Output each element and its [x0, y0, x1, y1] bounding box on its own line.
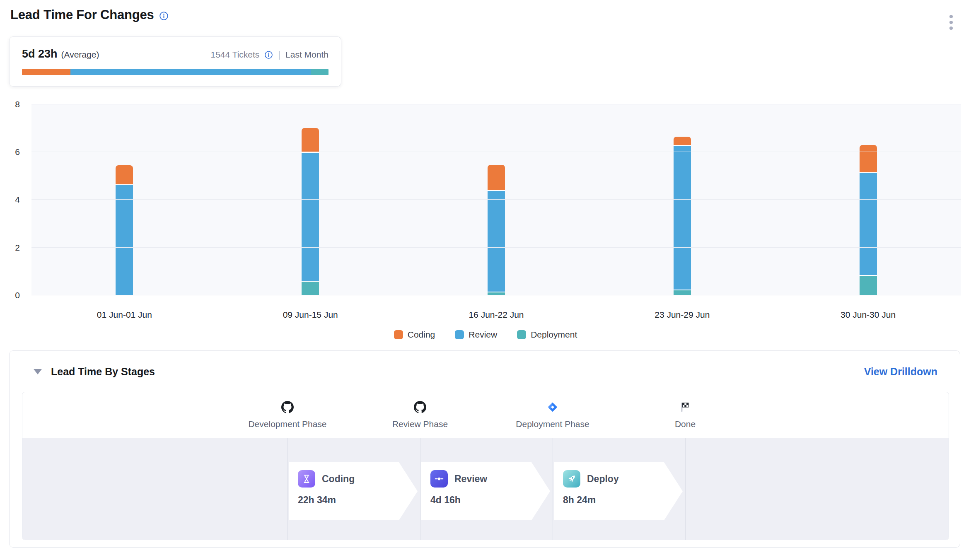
title-info-icon[interactable]	[159, 11, 169, 21]
bar-slot	[589, 104, 775, 295]
bar-slot	[775, 104, 961, 295]
collapse-caret-icon[interactable]	[34, 369, 42, 374]
legend-item-deployment[interactable]: Deployment	[517, 330, 577, 340]
stages-table-body: Coding22h 34mReview4d 16hDeploy8h 24m	[22, 438, 949, 540]
distribution-segment-deployment	[311, 69, 328, 75]
stacked-bar-09-jun-15-jun[interactable]	[302, 128, 319, 295]
legend-swatch	[517, 330, 526, 339]
stacked-bar-16-jun-22-jun[interactable]	[488, 165, 505, 295]
bar-segment-coding[interactable]	[488, 165, 505, 190]
tickets-info-icon[interactable]	[264, 51, 273, 59]
bar-segment-deployment[interactable]	[860, 276, 877, 295]
stage-distribution-bar	[22, 69, 328, 75]
stage-duration: 4d 16h	[430, 495, 541, 506]
phase-column-done: Done	[619, 401, 751, 429]
tickets-count: 1544 Tickets	[210, 50, 259, 60]
legend-swatch	[455, 330, 464, 339]
column-divider	[553, 438, 553, 540]
y-tick-label: 6	[15, 147, 20, 157]
jira-icon	[486, 401, 619, 414]
column-divider	[420, 438, 420, 540]
stage-label: Deploy	[587, 473, 619, 485]
lead-time-by-stages-panel: Lead Time By Stages View Drilldown Devel…	[9, 350, 960, 548]
x-tick-label: 16 Jun-22 Jun	[403, 310, 589, 320]
bar-segment-coding[interactable]	[860, 145, 877, 172]
bar-segment-review[interactable]	[860, 173, 877, 275]
column-divider	[287, 438, 288, 540]
separator: |	[278, 49, 280, 60]
x-tick-label: 01 Jun-01 Jun	[31, 310, 217, 320]
y-tick-label: 8	[15, 100, 20, 109]
phase-label: Deployment Phase	[486, 419, 619, 429]
bar-segment-coding[interactable]	[302, 128, 319, 152]
stage-card-deploy[interactable]: Deploy8h 24m	[554, 462, 683, 520]
stages-table-header: Development PhaseReview PhaseDeployment …	[22, 392, 949, 438]
y-tick-label: 2	[15, 243, 20, 252]
bar-segment-coding[interactable]	[116, 165, 133, 184]
phase-column-development-phase: Development Phase	[221, 401, 354, 429]
x-axis: 01 Jun-01 Jun09 Jun-15 Jun16 Jun-22 Jun2…	[31, 310, 961, 320]
more-menu-icon[interactable]	[948, 13, 954, 31]
stage-duration: 22h 34m	[298, 495, 408, 506]
commit-icon	[430, 470, 448, 488]
stages-table: Development PhaseReview PhaseDeployment …	[22, 392, 949, 540]
chart-legend: CodingReviewDeployment	[0, 330, 971, 340]
bar-segment-coding[interactable]	[674, 137, 691, 145]
gridline	[31, 295, 961, 295]
average-label: (Average)	[61, 50, 99, 60]
period-label: Last Month	[285, 50, 328, 60]
stages-panel-title: Lead Time By Stages	[51, 366, 155, 378]
stacked-bar-30-jun-30-jun[interactable]	[860, 145, 877, 295]
bar-slot	[217, 104, 403, 295]
legend-item-review[interactable]: Review	[455, 330, 497, 340]
github-icon	[221, 401, 354, 414]
hourglass-icon	[298, 470, 315, 488]
phase-label: Development Phase	[221, 419, 354, 429]
bar-segment-review[interactable]	[488, 191, 505, 292]
stacked-bar-01-jun-01-jun[interactable]	[116, 165, 133, 295]
bar-segment-review[interactable]	[674, 146, 691, 290]
legend-label: Review	[469, 330, 497, 340]
x-tick-label: 09 Jun-15 Jun	[217, 310, 403, 320]
x-tick-label: 23 Jun-29 Jun	[589, 310, 775, 320]
bar-slot	[403, 104, 589, 295]
checkered-flag-icon	[619, 401, 751, 414]
page-header: Lead Time For Changes	[10, 7, 169, 22]
bar-segment-review[interactable]	[302, 153, 319, 281]
stacked-bar-23-jun-29-jun[interactable]	[674, 137, 691, 295]
rocket-icon	[563, 470, 580, 488]
summary-card: 5d 23h (Average) 1544 Tickets | Last Mon…	[9, 36, 341, 87]
y-tick-label: 0	[15, 291, 20, 300]
github-icon	[354, 401, 486, 414]
y-axis: 02468	[0, 104, 25, 295]
stage-label: Coding	[322, 473, 355, 485]
phase-column-deployment-phase: Deployment Phase	[486, 401, 619, 429]
gridline	[31, 152, 961, 152]
stage-card-review[interactable]: Review4d 16h	[421, 462, 550, 520]
phase-label: Review Phase	[354, 419, 486, 429]
stage-card-coding[interactable]: Coding22h 34m	[289, 462, 418, 520]
legend-label: Coding	[408, 330, 435, 340]
bar-slot	[31, 104, 217, 295]
legend-swatch	[394, 330, 403, 339]
stages-panel-header: Lead Time By Stages View Drilldown	[10, 351, 960, 378]
average-value: 5d 23h	[22, 48, 58, 60]
stage-label: Review	[454, 473, 487, 485]
plot-area	[31, 104, 961, 295]
legend-item-coding[interactable]: Coding	[394, 330, 435, 340]
bar-segment-review[interactable]	[116, 185, 133, 295]
x-tick-label: 30 Jun-30 Jun	[775, 310, 961, 320]
distribution-segment-coding	[22, 69, 70, 75]
column-divider	[685, 438, 686, 540]
phase-label: Done	[619, 419, 751, 429]
page-title: Lead Time For Changes	[10, 7, 154, 22]
stage-duration: 8h 24m	[563, 495, 674, 506]
gridline	[31, 247, 961, 248]
gridline	[31, 104, 961, 104]
legend-label: Deployment	[531, 330, 577, 340]
lead-time-chart: 02468 01 Jun-01 Jun09 Jun-15 Jun16 Jun-2…	[0, 99, 971, 348]
y-tick-label: 4	[15, 195, 20, 204]
gridline	[31, 199, 961, 200]
view-drilldown-link[interactable]: View Drilldown	[864, 366, 937, 378]
bar-segment-deployment[interactable]	[302, 282, 319, 295]
